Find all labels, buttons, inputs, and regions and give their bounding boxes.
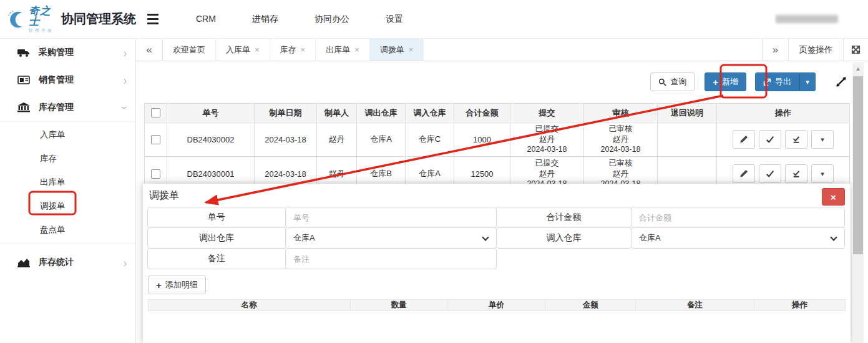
export-dropdown-button[interactable]: ▾	[799, 72, 816, 91]
order-no-input[interactable]	[286, 213, 496, 222]
sidebar-item-label: 销售管理	[39, 74, 74, 86]
audit-button[interactable]	[785, 130, 807, 149]
export-button[interactable]: 导出	[755, 72, 799, 91]
from-warehouse-select[interactable]: 仓库A	[285, 227, 497, 249]
submit-button[interactable]	[759, 164, 781, 183]
tab-outbound-order[interactable]: 出库单 ×	[316, 39, 370, 61]
chevron-down-icon	[830, 234, 837, 241]
transfer-order-dialog: 调拨单 × 单号 合计金额 调出仓库 仓库A 调入仓库 仓库A 备注	[143, 184, 851, 343]
tab-label: 欢迎首页	[173, 44, 205, 56]
bank-icon	[17, 102, 30, 113]
plus-icon: +	[156, 281, 162, 290]
sidebar-item-outbound-order[interactable]: 出库单	[0, 171, 135, 194]
row-checkbox[interactable]	[151, 169, 160, 179]
nav-item-oa[interactable]: 协同办公	[315, 14, 349, 25]
detail-col-operations: 操作	[754, 300, 845, 311]
sidebar-item-stocktake-order[interactable]: 盘点单	[0, 218, 135, 242]
check-underline-icon	[792, 169, 801, 178]
nav-item-settings[interactable]: 设置	[386, 14, 403, 25]
sidebar-item-inventory[interactable]: 库存管理 ›	[0, 94, 135, 121]
tab-transfer-order[interactable]: 调拨单 ×	[370, 39, 424, 61]
close-icon[interactable]: ×	[354, 46, 359, 54]
order-no-label: 单号	[147, 207, 286, 228]
pencil-icon	[739, 169, 748, 178]
select-all-checkbox[interactable]	[151, 108, 160, 117]
search-icon	[658, 78, 666, 86]
col-date: 制单日期	[255, 104, 317, 122]
col-from-warehouse: 调出仓库	[357, 104, 406, 122]
card-icon	[17, 74, 30, 86]
detail-col-price: 单价	[448, 300, 545, 311]
tab-label: 出库单	[326, 44, 350, 56]
detail-col-note: 备注	[636, 300, 754, 311]
tabs-scroll-right-icon[interactable]: »	[762, 39, 788, 61]
tab-operations-button[interactable]: 页签操作	[788, 39, 843, 61]
resize-expand-icon[interactable]	[834, 75, 848, 89]
fullscreen-icon[interactable]	[843, 39, 868, 61]
check-icon	[766, 169, 774, 178]
col-order-no: 单号	[167, 104, 255, 122]
add-detail-button[interactable]: + 添加明细	[148, 276, 206, 294]
close-icon[interactable]: ×	[409, 46, 414, 54]
close-icon[interactable]: ×	[255, 46, 260, 54]
more-actions-button[interactable]: ▾	[811, 130, 834, 149]
tab-label: 入库单	[226, 44, 250, 56]
total-amount-input[interactable]	[631, 213, 844, 222]
sidebar-item-stock[interactable]: 库存	[0, 147, 135, 171]
cell-to-warehouse: 仓库C	[406, 122, 454, 157]
chevron-right-icon: ›	[124, 47, 127, 58]
nav-item-crm[interactable]: CRM	[196, 14, 216, 25]
cell-operations: ▾	[717, 122, 850, 157]
tab-inbound-order[interactable]: 入库单 ×	[216, 39, 270, 61]
edit-button[interactable]	[733, 130, 755, 149]
sidebar-item-purchase[interactable]: 采购管理 ›	[0, 39, 135, 66]
export-icon	[763, 78, 771, 86]
col-maker: 制单人	[317, 104, 357, 122]
scroll-up-icon[interactable]: ▲	[852, 62, 864, 75]
nav-item-erp[interactable]: 进销存	[252, 14, 278, 25]
sidebar-item-transfer-order[interactable]: 调拨单	[0, 194, 135, 218]
table-header-row: 单号 制单日期 制单人 调出仓库 调入仓库 合计金额 提交 审核 退回说明 操作	[145, 104, 850, 122]
tab-bar: « 欢迎首页 入库单 × 库存 × 出库单 × 调拨单 ×	[136, 39, 868, 61]
audit-button[interactable]	[785, 164, 807, 183]
vertical-scrollbar[interactable]: ▲	[852, 62, 864, 343]
sidebar-toggle-icon[interactable]	[147, 11, 163, 27]
row-checkbox[interactable]	[151, 135, 160, 144]
transfer-orders-table: 单号 制单日期 制单人 调出仓库 调入仓库 合计金额 提交 审核 退回说明 操作	[144, 103, 850, 191]
export-button-group: 导出 ▾	[755, 72, 816, 91]
tab-welcome[interactable]: 欢迎首页	[163, 39, 216, 61]
sidebar-item-inbound-order[interactable]: 入库单	[0, 123, 135, 147]
total-amount-label: 合计金额	[496, 207, 631, 228]
sidebar-item-inventory-stats[interactable]: 库存统计 ›	[0, 249, 135, 276]
detail-col-qty: 数量	[351, 300, 448, 311]
tab-stock[interactable]: 库存 ×	[270, 39, 316, 61]
plus-icon: +	[713, 77, 718, 87]
dialog-close-button[interactable]: ×	[822, 188, 845, 206]
chart-icon	[17, 257, 30, 268]
cell-date: 2024-03-18	[255, 122, 317, 157]
search-button[interactable]: 查询	[650, 72, 695, 91]
col-audit: 审核	[584, 104, 658, 122]
col-to-warehouse: 调入仓库	[406, 104, 454, 122]
add-button[interactable]: + 新增	[705, 72, 746, 91]
logo: 奇之士 软件开发 协同管理系统	[0, 6, 136, 32]
to-warehouse-select[interactable]: 仓库A	[631, 227, 845, 249]
brand-name: 奇之士	[29, 6, 56, 27]
close-icon[interactable]: ×	[301, 46, 306, 54]
submit-button[interactable]	[759, 130, 781, 149]
app-window: 奇之士 软件开发 协同管理系统 CRM 进销存 协同办公 设置 采购管理 ›	[0, 0, 868, 343]
edit-button[interactable]	[733, 164, 755, 183]
sidebar-item-sales[interactable]: 销售管理 ›	[0, 66, 135, 94]
tabs-scroll-left-icon[interactable]: «	[136, 39, 163, 61]
caret-down-icon: ▾	[806, 79, 809, 86]
tab-label: 库存	[280, 44, 296, 56]
more-actions-button[interactable]: ▾	[811, 164, 834, 183]
caret-down-icon: ▾	[821, 136, 824, 143]
check-underline-icon	[792, 135, 801, 144]
note-input[interactable]	[286, 254, 496, 264]
chevron-right-icon: ›	[124, 75, 127, 86]
scrollbar-thumb[interactable]	[853, 76, 863, 254]
page-title: 协同管理系统	[61, 11, 136, 27]
col-return-note: 退回说明	[658, 104, 717, 122]
col-operations: 操作	[717, 104, 850, 122]
